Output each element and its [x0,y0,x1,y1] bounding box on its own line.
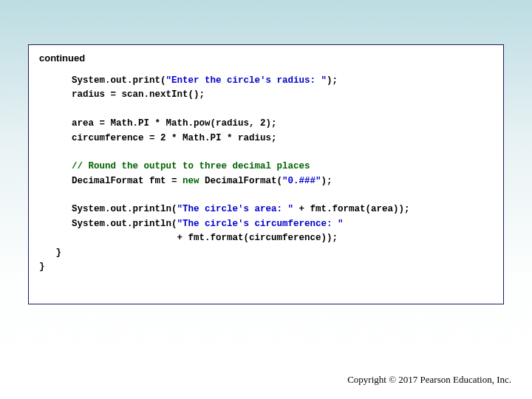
code-line-8a: System.out.println( [72,219,177,229]
code-line-9: + fmt.format(circumference)); [72,233,338,243]
code-line-7c: + fmt.format(area)); [293,204,410,214]
code-line-6d: ); [321,176,332,186]
copyright-footer: Copyright © 2017 Pearson Education, Inc. [347,374,511,386]
code-line-6-str: "0.###" [282,176,321,186]
code-line-1-str: "Enter the circle's radius: " [166,75,327,86]
code-panel: continued System.out.print("Enter the ci… [28,44,504,304]
code-line-4: circumference = 2 * Math.PI * radius; [72,133,277,143]
code-line-1c: ); [327,75,338,86]
code-line-2: radius = scan.nextInt(); [72,89,205,100]
code-line-7-str: "The circle's area: " [177,204,294,214]
code-line-1a: System.out.print( [72,75,166,86]
closing-brace-outer: } [39,260,493,274]
code-block: System.out.print("Enter the circle's rad… [39,74,493,246]
code-line-7a: System.out.println( [72,204,177,214]
code-line-3: area = Math.PI * Math.pow(radius, 2); [72,118,277,129]
closing-brace-inner: } [39,246,493,260]
code-line-6-keyword: new [183,176,200,186]
code-line-6a: DecimalFormat fmt = [72,176,183,186]
code-line-6b: DecimalFormat( [200,176,283,186]
continued-label: continued [39,52,493,64]
code-line-5-comment: // Round the output to three decimal pla… [72,161,310,171]
code-line-8-str: "The circle's circumference: " [177,219,344,229]
